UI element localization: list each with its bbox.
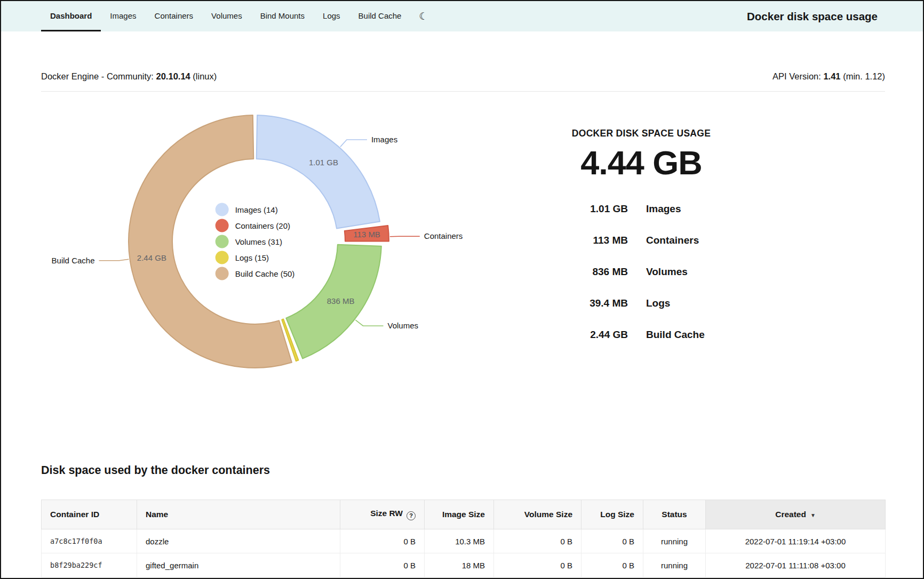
sort-descending-icon: ▼ xyxy=(810,512,816,518)
summary-total: 4.44 GB xyxy=(524,143,759,182)
legend-item-volumes[interactable]: Volumes (31) xyxy=(216,235,295,248)
legend-label: Volumes (31) xyxy=(235,237,282,246)
cell-image-size: 18 MB xyxy=(425,553,494,577)
column-header-created[interactable]: Created▼ xyxy=(706,500,886,529)
summary-size: 113 MB xyxy=(524,231,628,249)
tab-volumes[interactable]: Volumes xyxy=(202,1,251,31)
cell-size-rw: 0 B xyxy=(340,529,425,553)
legend-item-build-cache[interactable]: Build Cache (50) xyxy=(216,267,295,280)
disk-usage-summary: DOCKER DISK SPACE USAGE 4.44 GB 1.01 GB … xyxy=(524,128,759,357)
summary-row-logs: 39.4 MB Logs xyxy=(524,294,759,312)
table-row: a7c8c17f0f0a dozzle 0 B 10.3 MB 0 B 0 B … xyxy=(42,529,886,553)
summary-size: 39.4 MB xyxy=(524,294,628,312)
segment-name-label: Volumes xyxy=(388,321,419,330)
tab-images[interactable]: Images xyxy=(101,1,145,31)
summary-size: 1.01 GB xyxy=(524,200,628,218)
column-label: Size RW xyxy=(370,509,403,518)
legend-item-logs[interactable]: Logs (15) xyxy=(216,251,295,264)
summary-title: DOCKER DISK SPACE USAGE xyxy=(524,128,759,139)
cell-name: dozzle xyxy=(137,529,340,553)
column-header-size-rw[interactable]: Size RW? xyxy=(340,500,425,529)
leader-line xyxy=(355,320,383,326)
legend-color-dot xyxy=(216,267,229,280)
containers-section-heading: Disk space used by the docker containers xyxy=(41,464,270,477)
legend-color-dot xyxy=(216,219,229,232)
leader-line xyxy=(99,259,129,261)
engine-label: Docker Engine - Community: xyxy=(41,71,154,81)
segment-value-label: 1.01 GB xyxy=(309,158,338,167)
cell-volume-size: 0 B xyxy=(494,529,582,553)
tab-dashboard[interactable]: Dashboard xyxy=(41,1,101,31)
api-version: 1.41 xyxy=(823,71,840,81)
cell-log-size: 0 B xyxy=(582,529,643,553)
legend-label: Logs (15) xyxy=(235,253,269,262)
app-title: Docker disk space usage xyxy=(747,1,878,31)
segment-value-label: 836 MB xyxy=(327,296,355,305)
segment-value-label: 2.44 GB xyxy=(137,253,166,262)
table-header-row: Container ID Name Size RW? Image Size Vo… xyxy=(42,500,886,529)
column-header-name[interactable]: Name xyxy=(137,500,340,529)
column-header-volume-size[interactable]: Volume Size xyxy=(494,500,582,529)
summary-label: Containers xyxy=(646,231,699,249)
cell-container-id: a7c8c17f0f0a xyxy=(42,529,137,553)
help-icon[interactable]: ? xyxy=(407,511,416,520)
api-version-text: API Version: 1.41 (min. 1.12) xyxy=(772,71,885,82)
legend-label: Build Cache (50) xyxy=(235,269,295,278)
cell-size-rw: 0 B xyxy=(340,553,425,577)
column-header-log-size[interactable]: Log Size xyxy=(582,500,643,529)
api-label: API Version: xyxy=(772,71,821,81)
legend-label: Images (14) xyxy=(235,205,278,214)
column-label: Created xyxy=(775,510,806,519)
summary-row-images: 1.01 GB Images xyxy=(524,200,759,218)
engine-version-text: Docker Engine - Community: 20.10.14 (lin… xyxy=(41,71,217,82)
cell-image-size: 10.3 MB xyxy=(425,529,494,553)
cell-created: 2022-07-01 11:11:08 +03:00 xyxy=(706,553,886,577)
segment-value-label: 113 MB xyxy=(353,230,380,239)
cell-status: running xyxy=(643,529,706,553)
top-navbar: Dashboard Images Containers Volumes Bind… xyxy=(1,1,923,31)
tab-bind-mounts[interactable]: Bind Mounts xyxy=(251,1,314,31)
cell-status: running xyxy=(643,553,706,577)
cell-volume-size: 0 B xyxy=(494,553,582,577)
legend-label: Containers (20) xyxy=(235,221,290,230)
leader-line xyxy=(340,140,367,147)
summary-label: Logs xyxy=(646,294,670,312)
table-row: b8f29ba229cf gifted_germain 0 B 18 MB 0 … xyxy=(42,553,886,577)
column-header-status[interactable]: Status xyxy=(643,500,706,529)
cell-log-size: 0 B xyxy=(582,553,643,577)
legend-item-images[interactable]: Images (14) xyxy=(216,203,295,216)
cell-container-id: b8f29ba229cf xyxy=(42,553,137,577)
segment-name-label: Containers xyxy=(424,231,463,240)
engine-version: 20.10.14 xyxy=(156,71,190,81)
nav-tabs: Dashboard Images Containers Volumes Bind… xyxy=(41,1,437,31)
moon-icon: ☾ xyxy=(419,10,428,22)
app-window: Dashboard Images Containers Volumes Bind… xyxy=(0,0,924,579)
summary-row-containers: 113 MB Containers xyxy=(524,231,759,249)
api-min-version: (min. 1.12) xyxy=(843,71,885,81)
legend-item-containers[interactable]: Containers (20) xyxy=(216,219,295,232)
dark-mode-toggle[interactable]: ☾ xyxy=(410,1,436,31)
legend-color-dot xyxy=(216,251,229,264)
summary-row-volumes: 836 MB Volumes xyxy=(524,263,759,280)
column-header-image-size[interactable]: Image Size xyxy=(425,500,494,529)
segment-name-label: Images xyxy=(371,135,397,144)
summary-size: 836 MB xyxy=(524,263,628,280)
column-header-container-id[interactable]: Container ID xyxy=(42,500,137,529)
containers-table: Container ID Name Size RW? Image Size Vo… xyxy=(41,500,886,577)
legend-color-dot xyxy=(216,203,229,216)
segment-name-label: Build Cache xyxy=(52,256,95,265)
engine-platform: (linux) xyxy=(193,71,217,81)
legend-color-dot xyxy=(216,235,229,248)
chart-legend: Images (14) Containers (20) Volumes (31)… xyxy=(216,203,295,280)
summary-rows: 1.01 GB Images 113 MB Containers 836 MB … xyxy=(524,200,759,343)
tab-build-cache[interactable]: Build Cache xyxy=(349,1,411,31)
cell-created: 2022-07-01 11:19:14 +03:00 xyxy=(706,529,886,553)
tab-containers[interactable]: Containers xyxy=(146,1,203,31)
summary-row-build-cache: 2.44 GB Build Cache xyxy=(524,326,759,343)
leader-line xyxy=(390,236,420,237)
tab-logs[interactable]: Logs xyxy=(314,1,349,31)
cell-name: gifted_germain xyxy=(137,553,340,577)
disk-usage-donut-chart: 1.01 GBImages113 MBContainers836 MBVolum… xyxy=(33,105,503,382)
summary-size: 2.44 GB xyxy=(524,326,628,343)
summary-label: Images xyxy=(646,200,681,218)
